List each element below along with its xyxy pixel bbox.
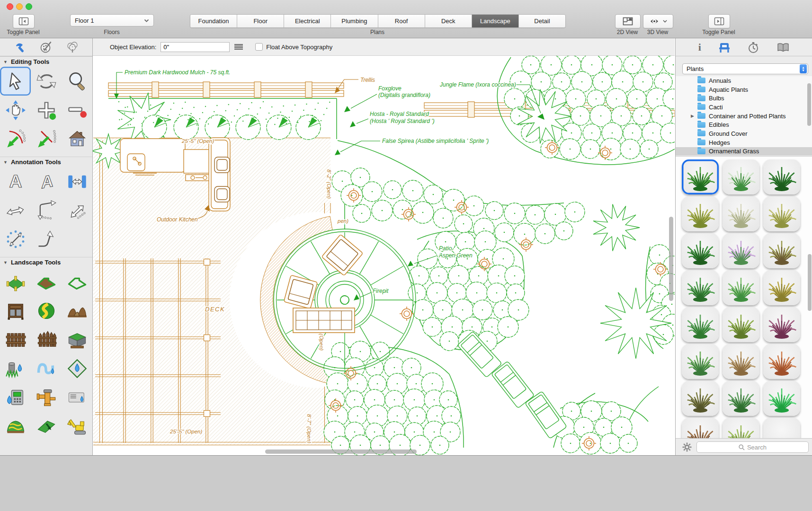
patio-table[interactable]	[293, 308, 355, 333]
plant-thumb-1[interactable]	[682, 159, 719, 194]
garden-bed-tool[interactable]	[62, 267, 92, 296]
plan-label-mulch[interactable]: Premium Dark Hardwood Mulch - 75 sq.ft.	[125, 69, 230, 76]
firepit-symbol[interactable]	[339, 295, 350, 306]
plan-label-foxglove[interactable]: Foxglove	[378, 85, 402, 92]
elevation-presets-icon[interactable]	[234, 44, 243, 50]
canvas-vertical-scrollbar[interactable]	[669, 217, 673, 301]
garden-furniture-tool[interactable]	[0, 296, 31, 325]
library-folder-ground-cover[interactable]: Ground Cover	[676, 129, 812, 138]
plant-thumb-2[interactable]	[723, 159, 759, 194]
object-library-tab chair-icon[interactable]	[718, 41, 731, 53]
plant-thumb-8[interactable]	[723, 233, 759, 268]
plan-dim-bottom[interactable]: 25'-5" (Open)	[170, 429, 202, 434]
info-tab info-icon[interactable]: i	[698, 41, 701, 53]
plants-tools-tab tree-icon[interactable]	[66, 41, 79, 53]
zoom-window-button[interactable]	[26, 3, 32, 10]
leader-arrow-tool[interactable]	[31, 225, 62, 254]
toggle-right-panel-button[interactable]	[708, 14, 730, 28]
text-annotation-tool[interactable]: A	[0, 167, 31, 196]
elevation-dimension-tool[interactable]	[31, 196, 62, 225]
plans-tab-electrical[interactable]: Electrical	[284, 15, 331, 27]
angled-dimension-tool[interactable]	[62, 196, 92, 225]
garden-path-tool[interactable]	[31, 296, 62, 325]
plant-thumb-11[interactable]	[723, 270, 759, 305]
library-folder-container-and-potted-plants[interactable]: ▶Container and Potted Plants	[676, 112, 812, 121]
plan-label-outdoor-kitchen[interactable]: Outdoor Kitchen	[157, 216, 198, 223]
plan-label-firepit[interactable]: Firepit	[373, 288, 389, 294]
plant-thumb-7[interactable]	[682, 233, 719, 268]
plant-thumb-3[interactable]	[763, 159, 800, 194]
plans-tab-landscape[interactable]: Landscape	[472, 15, 519, 27]
rocks-tool[interactable]	[62, 296, 92, 325]
fence-tool[interactable]	[0, 325, 31, 354]
toggle-left-panel-button[interactable]	[13, 14, 35, 28]
raised-bed-tool[interactable]	[62, 325, 92, 354]
plans-tab-deck[interactable]: Deck	[425, 15, 472, 27]
plant-thumb-20[interactable]	[723, 381, 759, 416]
plant-thumb-10[interactable]	[682, 270, 719, 305]
thumbnails-scrollbar[interactable]	[808, 254, 812, 311]
plant-thumb-5[interactable]	[723, 196, 759, 231]
sprinkler-tool[interactable]	[0, 354, 31, 383]
2d-view-button[interactable]	[615, 14, 641, 28]
wall-sprinkler-tool[interactable]	[62, 383, 92, 412]
plant-thumb-16[interactable]	[682, 344, 719, 379]
editing-tools-header[interactable]: ▼Editing Tools	[0, 56, 92, 67]
plant-thumb-9[interactable]	[763, 233, 800, 268]
plan-label-trellis[interactable]: Trellis	[360, 77, 375, 83]
plan-label-deck[interactable]: DECK	[205, 306, 225, 313]
plan-dim-right-upper[interactable]: 8'-2" (Open)	[326, 169, 332, 199]
excavator-tool[interactable]	[62, 412, 92, 441]
picket-fence-tool[interactable]	[31, 325, 62, 354]
history-tab stopwatch-icon[interactable]	[747, 41, 759, 53]
landscape-tools-header[interactable]: ▼Landscape Tools	[0, 257, 92, 267]
plant-thumb-6[interactable]	[763, 196, 800, 231]
callout-text-tool[interactable]: A	[31, 167, 62, 196]
annotation-tools-header[interactable]: ▼Annotation Tools	[0, 157, 92, 167]
zoom-tool[interactable]	[62, 67, 92, 96]
float-above-topography-checkbox[interactable]	[255, 43, 263, 51]
svg-text:(Digitalis grandiflora)[interactable]: (Digitalis grandiflora)	[378, 92, 430, 98]
select-tool[interactable]	[0, 67, 31, 96]
valve-tool[interactable]	[31, 383, 62, 412]
plant-thumb-12[interactable]	[763, 270, 800, 305]
plan-label-hosta[interactable]: Hosta - Royal Standard	[370, 111, 429, 117]
plant-thumb-13[interactable]	[682, 307, 719, 342]
plant-thumb-15[interactable]	[763, 307, 800, 342]
library-folder-edibles[interactable]: Edibles	[676, 120, 812, 129]
rotate-tool[interactable]	[31, 67, 62, 96]
library-folder-annuals[interactable]: Annuals	[676, 76, 812, 85]
lawn-area-tool[interactable]	[0, 267, 31, 296]
plan-label-jungle-flame[interactable]: Jungle Flame (Ixora coccinea)	[439, 81, 516, 88]
building-properties-tool[interactable]	[62, 124, 92, 153]
plans-tab-detail[interactable]: Detail	[519, 15, 565, 27]
disclosure-triangle-icon[interactable]: ▶	[691, 114, 697, 118]
plan-label-false-spirea[interactable]: False Spirea (Astilbe simplicifolia ' Sp…	[382, 138, 489, 144]
library-settings-button gear-icon[interactable]	[682, 442, 692, 452]
pan-tool[interactable]	[0, 96, 31, 124]
floors-select[interactable]: Floor 1	[70, 14, 154, 26]
add-object-tool[interactable]	[31, 96, 62, 124]
library-folder-ornamental-grass[interactable]: Ornamental Grass	[676, 147, 812, 156]
folders-scrollbar[interactable]	[807, 83, 811, 126]
3d-view-button[interactable]	[643, 14, 673, 28]
plant-thumb-17[interactable]	[723, 344, 759, 379]
plant-thumb-18[interactable]	[763, 344, 800, 379]
scale-selection-tool[interactable]	[0, 225, 31, 254]
object-elevation-input[interactable]	[161, 42, 230, 52]
mulch-bed-tool[interactable]	[31, 267, 62, 296]
library-folder-hedges[interactable]: Hedges	[676, 138, 812, 147]
build-tools-tab hammer-icon[interactable]	[14, 41, 26, 53]
chaise-lounges[interactable]	[457, 331, 567, 439]
plant-thumb-21[interactable]	[763, 381, 800, 416]
straight-segment-tool[interactable]	[31, 124, 62, 153]
close-window-button[interactable]	[7, 3, 13, 10]
plan-dim-top[interactable]: 25'-5" (Open)	[181, 138, 214, 144]
plans-tab-foundation[interactable]: Foundation	[190, 15, 237, 27]
remove-object-tool[interactable]	[62, 96, 92, 124]
wall-dimension-tool[interactable]	[62, 167, 92, 196]
canvas-horizontal-scrollbar[interactable]	[265, 449, 417, 454]
terrain-slope-tool[interactable]	[31, 412, 62, 441]
plan-dim-right-lower[interactable]: 8'-7" (Open)	[306, 414, 312, 443]
plant-thumb-4[interactable]	[682, 196, 719, 231]
